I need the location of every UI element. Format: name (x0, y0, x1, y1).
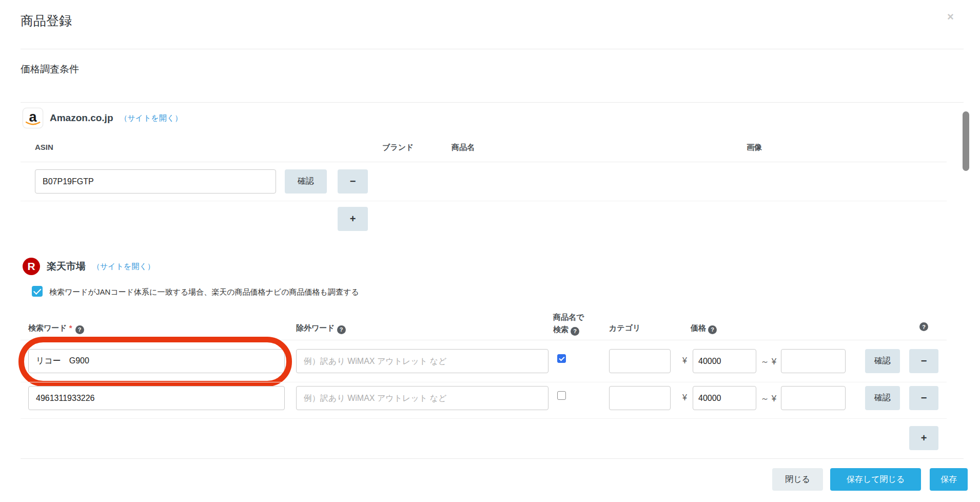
close-button[interactable]: 閉じる (772, 468, 823, 491)
amazon-section-header: a Amazon.co.jp （サイトを開く） (23, 108, 182, 128)
search-by-name-checkbox[interactable] (557, 391, 566, 400)
price-min-input[interactable] (693, 349, 756, 373)
yen-symbol: ¥ (682, 356, 687, 365)
rakuten-logo-letter: R (27, 260, 35, 273)
amazon-smile-icon (26, 121, 41, 126)
save-button[interactable]: 保存 (930, 468, 968, 491)
exclude-word-input[interactable] (296, 386, 548, 410)
divider (21, 102, 964, 103)
search-word-input[interactable] (28, 349, 285, 373)
exclude-word-header-text: 除外ワード (296, 323, 335, 332)
search-by-name-line2: 検索 (553, 325, 569, 334)
tilde-text: ～ (760, 357, 769, 366)
rakuten-name: 楽天市場 (47, 260, 86, 273)
divider (21, 201, 947, 201)
column-header-search-by-name: 商品名で 検索? (553, 311, 584, 336)
help-icon[interactable]: ? (708, 325, 717, 334)
rakuten-logo-icon: R (23, 258, 40, 275)
divider (21, 340, 947, 340)
rakuten-remove-row-button[interactable]: − (909, 386, 938, 410)
search-by-name-line1: 商品名で (553, 313, 584, 321)
column-header-category: カテゴリ (609, 323, 640, 333)
required-asterisk: * (69, 323, 72, 332)
search-word-input[interactable] (28, 386, 285, 410)
yen-symbol: ¥ (682, 393, 687, 402)
save-and-close-button[interactable]: 保存して閉じる (830, 468, 921, 491)
vertical-scrollbar-thumb[interactable] (963, 111, 969, 171)
column-header-price: 価格? (691, 323, 717, 334)
rakuten-add-row-button[interactable]: + (909, 426, 938, 450)
column-header-exclude-word: 除外ワード? (296, 323, 346, 334)
category-input[interactable] (609, 386, 671, 410)
price-header-text: 価格 (691, 323, 706, 332)
yen-symbol: ¥ (772, 357, 776, 366)
help-icon[interactable]: ? (919, 322, 928, 331)
help-icon[interactable]: ? (571, 327, 579, 336)
price-max-input[interactable] (781, 349, 846, 373)
section-title: 価格調査条件 (21, 63, 79, 76)
range-separator: ～ ¥ (760, 393, 776, 404)
rakuten-section-header: R 楽天市場 （サイトを開く） (23, 258, 155, 275)
search-word-header-text: 検索ワード (28, 323, 67, 332)
help-icon[interactable]: ? (75, 325, 84, 334)
divider (21, 162, 947, 162)
amazon-logo-icon: a (23, 108, 43, 128)
amazon-name: Amazon.co.jp (50, 112, 113, 124)
page-title: 商品登録 (21, 12, 72, 29)
asin-confirm-button[interactable]: 確認 (285, 169, 327, 194)
asin-input[interactable] (35, 169, 276, 194)
column-header-product-name: 商品名 (452, 143, 475, 152)
yen-symbol: ¥ (772, 394, 776, 403)
divider (21, 458, 964, 459)
rakuten-confirm-button[interactable]: 確認 (865, 349, 900, 373)
asin-add-row-button[interactable]: + (338, 207, 368, 231)
tilde-text: ～ (760, 394, 769, 403)
divider (21, 49, 964, 49)
column-header-image: 画像 (747, 143, 762, 152)
column-header-search-word: 検索ワード*? (28, 323, 84, 334)
divider (21, 382, 947, 382)
rakuten-remove-row-button[interactable]: − (909, 349, 938, 373)
price-min-input[interactable] (693, 386, 756, 410)
close-icon[interactable]: × (947, 10, 954, 24)
divider (21, 418, 947, 419)
help-icon[interactable]: ? (337, 325, 346, 334)
search-by-name-checkbox[interactable] (557, 354, 566, 363)
rakuten-confirm-button[interactable]: 確認 (865, 386, 900, 410)
exclude-word-input[interactable] (296, 349, 548, 373)
price-max-input[interactable] (781, 386, 846, 410)
rakuten-open-site-link[interactable]: （サイトを開く） (92, 262, 155, 272)
range-separator: ～ ¥ (760, 356, 776, 368)
column-header-brand: ブランド (382, 143, 414, 152)
category-input[interactable] (609, 349, 671, 373)
amazon-open-site-link[interactable]: （サイトを開く） (120, 113, 183, 123)
jan-match-checkbox-label: 検索ワードがJANコード体系に一致する場合、楽天の商品価格ナビの商品価格も調査す… (49, 287, 359, 297)
jan-match-checkbox[interactable] (32, 286, 43, 297)
column-header-asin: ASIN (35, 143, 53, 151)
asin-remove-row-button[interactable]: − (338, 169, 368, 194)
